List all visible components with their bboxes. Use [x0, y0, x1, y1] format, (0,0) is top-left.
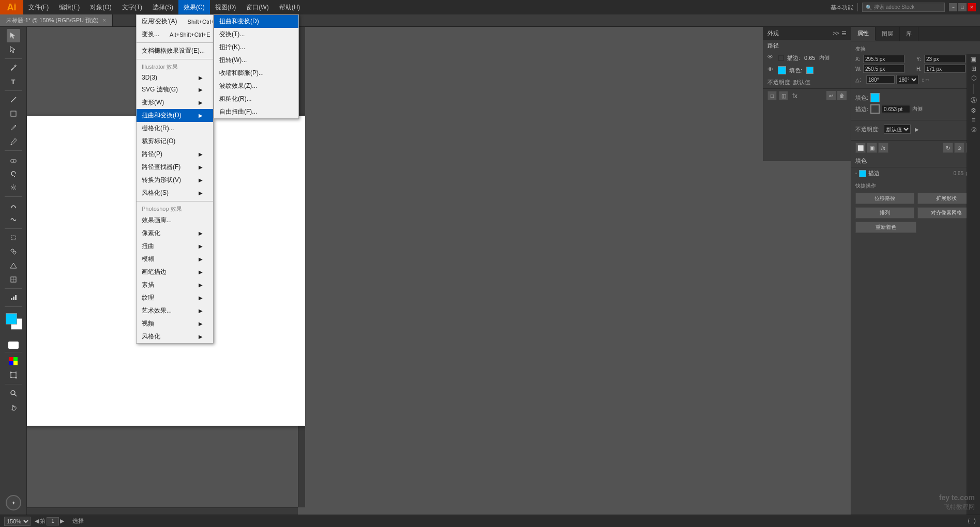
reflect-tool[interactable]: [7, 181, 20, 194]
menu-distort-transform[interactable]: 扭曲和变换(D) ▶: [137, 109, 213, 122]
menu-convert-shape[interactable]: 转换为形状(V) ▶: [137, 174, 213, 187]
rotate-tool[interactable]: [7, 167, 20, 180]
tab-properties[interactable]: 属性: [851, 27, 876, 41]
menu-pathfinder[interactable]: 路径查找器(F) ▶: [137, 161, 213, 174]
artboard-tool[interactable]: [7, 368, 20, 382]
document-tab[interactable]: 未标题-1* @ 150% (RGB/GPU 预览) ×: [0, 14, 113, 26]
tab-layers[interactable]: 图层: [876, 27, 900, 41]
minimize-button[interactable]: －: [949, 3, 957, 11]
appearance-fill-row[interactable]: 👁 填色:: [763, 64, 851, 76]
h-input[interactable]: [924, 65, 966, 73]
stroke-color-swatch[interactable]: [778, 55, 784, 61]
menu-window[interactable]: 窗口(W): [241, 0, 274, 14]
menu-edit[interactable]: 编辑(E): [54, 0, 85, 14]
appearance-menu-icon[interactable]: ☰: [841, 30, 847, 37]
stroke-weight-input[interactable]: [882, 105, 910, 113]
w-input[interactable]: [863, 65, 904, 73]
submenu-item-twist-w[interactable]: 扭转(W)...: [214, 54, 298, 67]
zoom-tool[interactable]: [7, 386, 20, 400]
pen-tool[interactable]: [7, 61, 20, 74]
menu-svg-filter[interactable]: SVG 滤镜(G) ▶: [137, 83, 213, 96]
restore-button[interactable]: □: [958, 3, 967, 11]
right-icon-2[interactable]: ⚙: [971, 107, 976, 114]
adobe-icon[interactable]: ✦: [6, 495, 21, 510]
right-icon-4[interactable]: ◎: [971, 126, 976, 133]
submenu-item-twist-k[interactable]: 扭拧(K)...: [214, 41, 298, 54]
submenu-item-transform-t[interactable]: 变换(T)...: [214, 28, 298, 41]
menu-video[interactable]: 视频 ▶: [137, 317, 213, 330]
menu-text[interactable]: 文字(T): [117, 0, 147, 14]
eraser-tool[interactable]: [7, 153, 20, 166]
angle-select[interactable]: 180°0°90°: [896, 75, 918, 84]
y-input[interactable]: [924, 55, 966, 63]
page-input[interactable]: [47, 517, 59, 525]
menu-stylize2[interactable]: 风格化 ▶: [137, 330, 213, 343]
menu-blur[interactable]: 模糊 ▶: [137, 253, 213, 266]
type-tool[interactable]: T: [7, 75, 20, 88]
properties-panel-icon[interactable]: ▣: [970, 57, 977, 63]
foreground-color[interactable]: [6, 313, 17, 324]
appearance-new-btn[interactable]: ↩: [826, 91, 836, 100]
menu-help[interactable]: 帮助(H): [274, 0, 306, 14]
line-tool[interactable]: [7, 93, 20, 106]
selection-tool[interactable]: [7, 29, 20, 42]
mesh-tool[interactable]: [7, 273, 20, 286]
next-page-btn[interactable]: ▶: [60, 518, 64, 524]
menu-apply-transform[interactable]: 应用'变换'(A) Shift+Ctrl+E: [137, 15, 213, 28]
pencil-tool[interactable]: [7, 135, 20, 148]
layers-panel-icon[interactable]: ⊞: [971, 65, 976, 72]
fill-color-btn[interactable]: [870, 93, 880, 102]
menu-artistic[interactable]: 艺术效果... ▶: [137, 304, 213, 317]
stroke-visibility-eye[interactable]: 👁: [767, 54, 776, 62]
menu-crop-marks[interactable]: 裁剪标记(O): [137, 135, 213, 148]
menu-file[interactable]: 文件(F): [23, 0, 54, 14]
paintbrush-tool[interactable]: [7, 121, 20, 134]
shape-tool[interactable]: [7, 107, 20, 120]
hand-tool[interactable]: [7, 400, 20, 414]
right-icon-1[interactable]: Ⓐ: [971, 96, 977, 105]
free-transform-tool[interactable]: [7, 231, 20, 244]
right-icon-3[interactable]: ≡: [972, 116, 975, 123]
color-guide[interactable]: [7, 354, 20, 368]
tab-close-button[interactable]: ×: [103, 18, 106, 23]
direct-selection-tool[interactable]: [7, 43, 20, 56]
appearance-add-btn[interactable]: □: [767, 91, 777, 100]
menu-transform[interactable]: 变换... Alt+Shift+Ctrl+E: [137, 28, 213, 41]
appearance-copy-btn[interactable]: ◫: [779, 91, 788, 100]
menu-distort[interactable]: 扭曲 ▶: [137, 240, 213, 253]
menu-select[interactable]: 选择(S): [147, 0, 178, 14]
none-color[interactable]: [8, 342, 19, 349]
status-icon-2[interactable]: ⟩: [974, 518, 976, 524]
align-left-btn[interactable]: ⬜: [855, 143, 866, 153]
panel-refresh-btn[interactable]: ↻: [943, 143, 953, 153]
x-input[interactable]: [863, 55, 904, 63]
library-panel-icon[interactable]: ⬡: [971, 74, 976, 82]
width-tool[interactable]: [7, 199, 20, 212]
fill-color-swatch[interactable]: [778, 66, 786, 74]
opacity-select[interactable]: 默认值 100% 50%: [884, 125, 911, 134]
menu-pixelate[interactable]: 像素化 ▶: [137, 227, 213, 240]
appearance-fx-btn[interactable]: fx: [792, 92, 797, 100]
submenu-item-free-distort[interactable]: 自由扭曲(F)...: [214, 105, 298, 118]
fill-color-square[interactable]: [859, 170, 866, 177]
fill-visibility-eye[interactable]: 👁: [767, 66, 776, 74]
submenu-item-roughen[interactable]: 粗糙化(R)...: [214, 92, 298, 105]
submenu-item-shrink-expand[interactable]: 收缩和膨胀(P)...: [214, 67, 298, 80]
fill-color-preview[interactable]: [806, 67, 813, 74]
zoom-select[interactable]: 150% 100% 200% 50%: [4, 517, 31, 526]
arrange-btn[interactable]: 排列: [855, 207, 914, 219]
menu-path[interactable]: 路径(P) ▶: [137, 148, 213, 161]
menu-doc-raster[interactable]: 文档栅格效果设置(E)...: [137, 44, 213, 57]
status-icon-1[interactable]: ⟨: [968, 518, 970, 524]
menu-texture[interactable]: 纹理 ▶: [137, 291, 213, 304]
perspective-tool[interactable]: [7, 259, 20, 272]
warp-tool[interactable]: [7, 213, 20, 226]
appearance-expand-icon[interactable]: >>: [833, 30, 839, 37]
shape-builder-tool[interactable]: [7, 245, 20, 258]
appearance-delete-btn[interactable]: 🗑: [837, 91, 847, 100]
tab-library[interactable]: 库: [900, 27, 918, 41]
menu-effect-gallery[interactable]: 效果画廊...: [137, 214, 213, 227]
submenu-item-ripple[interactable]: 波纹效果(Z)...: [214, 80, 298, 92]
menu-sketch[interactable]: 素描 ▶: [137, 278, 213, 291]
canvas-scrollbar-horizontal[interactable]: [27, 507, 298, 515]
